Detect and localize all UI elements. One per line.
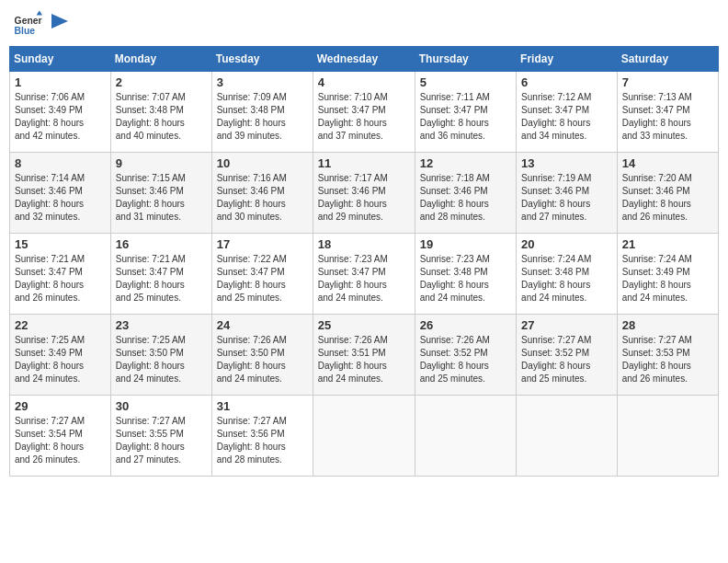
weekday-friday: Friday — [517, 47, 618, 72]
day-info: Sunrise: 7:09 AMSunset: 3:48 PMDaylight:… — [217, 92, 287, 141]
day-info: Sunrise: 7:25 AMSunset: 3:49 PMDaylight:… — [15, 335, 85, 384]
day-info: Sunrise: 7:24 AMSunset: 3:49 PMDaylight:… — [622, 254, 692, 303]
day-info: Sunrise: 7:13 AMSunset: 3:47 PMDaylight:… — [622, 92, 692, 141]
day-info: Sunrise: 7:27 AMSunset: 3:56 PMDaylight:… — [217, 416, 287, 465]
day-info: Sunrise: 7:19 AMSunset: 3:46 PMDaylight:… — [521, 173, 591, 222]
day-cell: 24 Sunrise: 7:26 AMSunset: 3:50 PMDaylig… — [211, 315, 313, 396]
day-info: Sunrise: 7:21 AMSunset: 3:47 PMDaylight:… — [116, 254, 186, 303]
svg-text:Blue: Blue — [15, 26, 36, 36]
day-info: Sunrise: 7:23 AMSunset: 3:48 PMDaylight:… — [420, 254, 490, 303]
day-info: Sunrise: 7:14 AMSunset: 3:46 PMDaylight:… — [15, 173, 85, 222]
day-number: 18 — [318, 237, 410, 251]
day-cell — [517, 396, 618, 477]
weekday-sunday: Sunday — [10, 47, 111, 72]
day-number: 27 — [521, 318, 612, 332]
day-number: 29 — [15, 399, 106, 413]
day-number: 9 — [116, 156, 207, 170]
day-cell: 29 Sunrise: 7:27 AMSunset: 3:54 PMDaylig… — [10, 396, 111, 477]
day-cell: 8 Sunrise: 7:14 AMSunset: 3:46 PMDayligh… — [10, 153, 111, 234]
day-info: Sunrise: 7:12 AMSunset: 3:47 PMDaylight:… — [521, 92, 591, 141]
calendar-table: SundayMondayTuesdayWednesdayThursdayFrid… — [9, 46, 719, 477]
day-info: Sunrise: 7:20 AMSunset: 3:46 PMDaylight:… — [622, 173, 692, 222]
day-number: 19 — [420, 237, 511, 251]
day-info: Sunrise: 7:26 AMSunset: 3:50 PMDaylight:… — [217, 335, 287, 384]
weekday-wednesday: Wednesday — [313, 47, 415, 72]
day-cell: 26 Sunrise: 7:26 AMSunset: 3:52 PMDaylig… — [415, 315, 516, 396]
day-cell: 14 Sunrise: 7:20 AMSunset: 3:46 PMDaylig… — [617, 153, 718, 234]
day-cell: 6 Sunrise: 7:12 AMSunset: 3:47 PMDayligh… — [517, 72, 618, 153]
day-info: Sunrise: 7:25 AMSunset: 3:50 PMDaylight:… — [116, 335, 186, 384]
weekday-header-row: SundayMondayTuesdayWednesdayThursdayFrid… — [10, 47, 719, 72]
day-cell: 28 Sunrise: 7:27 AMSunset: 3:53 PMDaylig… — [617, 315, 718, 396]
day-number: 3 — [217, 75, 308, 89]
day-info: Sunrise: 7:24 AMSunset: 3:48 PMDaylight:… — [521, 254, 591, 303]
logo-flag-icon — [51, 14, 68, 34]
day-cell: 25 Sunrise: 7:26 AMSunset: 3:51 PMDaylig… — [313, 315, 415, 396]
day-info: Sunrise: 7:22 AMSunset: 3:47 PMDaylight:… — [217, 254, 287, 303]
day-cell: 3 Sunrise: 7:09 AMSunset: 3:48 PMDayligh… — [211, 72, 313, 153]
day-number: 20 — [521, 237, 612, 251]
day-cell: 16 Sunrise: 7:21 AMSunset: 3:47 PMDaylig… — [110, 234, 211, 315]
day-info: Sunrise: 7:17 AMSunset: 3:46 PMDaylight:… — [318, 173, 388, 222]
logo-icon: General Blue — [13, 9, 42, 39]
day-cell: 23 Sunrise: 7:25 AMSunset: 3:50 PMDaylig… — [110, 315, 211, 396]
weekday-saturday: Saturday — [617, 47, 718, 72]
day-cell: 11 Sunrise: 7:17 AMSunset: 3:46 PMDaylig… — [313, 153, 415, 234]
day-cell: 9 Sunrise: 7:15 AMSunset: 3:46 PMDayligh… — [110, 153, 211, 234]
day-cell: 22 Sunrise: 7:25 AMSunset: 3:49 PMDaylig… — [10, 315, 111, 396]
day-info: Sunrise: 7:06 AMSunset: 3:49 PMDaylight:… — [15, 92, 85, 141]
svg-marker-2 — [37, 11, 42, 16]
day-info: Sunrise: 7:27 AMSunset: 3:53 PMDaylight:… — [622, 335, 692, 384]
logo: General Blue — [13, 9, 68, 39]
day-number: 23 — [116, 318, 207, 332]
day-cell: 31 Sunrise: 7:27 AMSunset: 3:56 PMDaylig… — [211, 396, 313, 477]
week-row-2: 8 Sunrise: 7:14 AMSunset: 3:46 PMDayligh… — [10, 153, 719, 234]
day-info: Sunrise: 7:26 AMSunset: 3:51 PMDaylight:… — [318, 335, 388, 384]
day-cell — [617, 396, 718, 477]
day-number: 31 — [217, 399, 308, 413]
day-number: 26 — [420, 318, 511, 332]
day-number: 17 — [217, 237, 308, 251]
day-number: 15 — [15, 237, 106, 251]
day-number: 7 — [622, 75, 713, 89]
week-row-1: 1 Sunrise: 7:06 AMSunset: 3:49 PMDayligh… — [10, 72, 719, 153]
day-cell: 10 Sunrise: 7:16 AMSunset: 3:46 PMDaylig… — [211, 153, 313, 234]
day-number: 28 — [622, 318, 713, 332]
calendar-body: 1 Sunrise: 7:06 AMSunset: 3:49 PMDayligh… — [10, 72, 719, 477]
day-cell: 1 Sunrise: 7:06 AMSunset: 3:49 PMDayligh… — [10, 72, 111, 153]
day-number: 8 — [15, 156, 106, 170]
day-number: 22 — [15, 318, 106, 332]
day-number: 21 — [622, 237, 713, 251]
week-row-3: 15 Sunrise: 7:21 AMSunset: 3:47 PMDaylig… — [10, 234, 719, 315]
day-info: Sunrise: 7:27 AMSunset: 3:52 PMDaylight:… — [521, 335, 591, 384]
day-number: 4 — [318, 75, 410, 89]
day-cell: 18 Sunrise: 7:23 AMSunset: 3:47 PMDaylig… — [313, 234, 415, 315]
day-cell: 27 Sunrise: 7:27 AMSunset: 3:52 PMDaylig… — [517, 315, 618, 396]
day-cell: 15 Sunrise: 7:21 AMSunset: 3:47 PMDaylig… — [10, 234, 111, 315]
day-cell: 20 Sunrise: 7:24 AMSunset: 3:48 PMDaylig… — [517, 234, 618, 315]
day-info: Sunrise: 7:27 AMSunset: 3:54 PMDaylight:… — [15, 416, 85, 465]
day-number: 25 — [318, 318, 410, 332]
day-number: 5 — [420, 75, 511, 89]
day-cell: 30 Sunrise: 7:27 AMSunset: 3:55 PMDaylig… — [110, 396, 211, 477]
day-cell: 2 Sunrise: 7:07 AMSunset: 3:48 PMDayligh… — [110, 72, 211, 153]
day-info: Sunrise: 7:07 AMSunset: 3:48 PMDaylight:… — [116, 92, 186, 141]
week-row-5: 29 Sunrise: 7:27 AMSunset: 3:54 PMDaylig… — [10, 396, 719, 477]
day-cell: 5 Sunrise: 7:11 AMSunset: 3:47 PMDayligh… — [415, 72, 516, 153]
day-cell — [415, 396, 516, 477]
svg-text:General: General — [15, 16, 42, 26]
day-cell: 19 Sunrise: 7:23 AMSunset: 3:48 PMDaylig… — [415, 234, 516, 315]
day-number: 30 — [116, 399, 207, 413]
day-number: 14 — [622, 156, 713, 170]
weekday-tuesday: Tuesday — [211, 47, 313, 72]
day-info: Sunrise: 7:23 AMSunset: 3:47 PMDaylight:… — [318, 254, 388, 303]
weekday-monday: Monday — [110, 47, 211, 72]
day-number: 6 — [521, 75, 612, 89]
weekday-thursday: Thursday — [415, 47, 516, 72]
day-cell: 7 Sunrise: 7:13 AMSunset: 3:47 PMDayligh… — [617, 72, 718, 153]
day-cell — [313, 396, 415, 477]
day-info: Sunrise: 7:10 AMSunset: 3:47 PMDaylight:… — [318, 92, 388, 141]
day-info: Sunrise: 7:15 AMSunset: 3:46 PMDaylight:… — [116, 173, 186, 222]
svg-marker-3 — [51, 14, 68, 29]
week-row-4: 22 Sunrise: 7:25 AMSunset: 3:49 PMDaylig… — [10, 315, 719, 396]
